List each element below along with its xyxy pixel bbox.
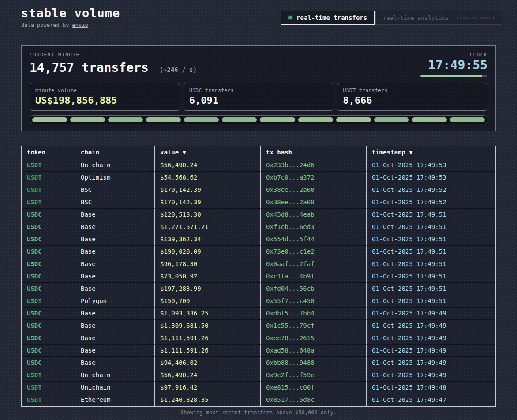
cell-token: USDT (22, 172, 75, 184)
cell-token: USDC (22, 308, 75, 320)
cell-token: USDC (22, 209, 75, 221)
cell-tx-hash[interactable]: 0xfd04...56cb (261, 283, 367, 295)
cell-tx-hash[interactable]: 0xee78...2615 (261, 332, 367, 345)
table-row[interactable]: USDTBSC$170,142.390x38ee...2a0001-Oct-20… (22, 184, 495, 196)
cell-timestamp: 01-Oct-2025 17:49:51 (367, 258, 495, 270)
envio-link[interactable]: envio (72, 22, 88, 28)
column-header-chain[interactable]: chain (75, 146, 155, 159)
cell-timestamp: 01-Oct-2025 17:49:51 (367, 270, 495, 283)
cell-token: USDC (22, 332, 75, 345)
cell-tx-hash[interactable]: 0x38ee...2a00 (261, 196, 367, 209)
table-row[interactable]: USDCBase$197,283.990xfd04...56cb01-Oct-2… (22, 283, 495, 295)
column-header-timestamp[interactable]: timestamp ▼ (367, 146, 495, 159)
current-minute-label: CURRENT MINUTE (30, 52, 197, 58)
cell-value: $1,093,336.25 (155, 308, 261, 320)
tab-bar: real-time transfers real-time analytics … (281, 11, 502, 25)
cell-timestamp: 01-Oct-2025 17:49:51 (367, 209, 495, 221)
cell-tx-hash[interactable]: 0xb7c0...a372 (261, 172, 367, 184)
table-row[interactable]: USDTEthereum$1,240,828.350x8517...5d8c01… (22, 394, 495, 406)
cell-value: $139,362.34 (155, 233, 261, 246)
cell-tx-hash[interactable]: 0x233b...24d6 (261, 159, 367, 172)
cell-timestamp: 01-Oct-2025 17:49:49 (367, 320, 495, 332)
cell-tx-hash[interactable]: 0x554d...5f44 (261, 233, 367, 246)
cell-value: $73,050.92 (155, 270, 261, 283)
cell-timestamp: 01-Oct-2025 17:49:52 (367, 196, 495, 209)
table-row[interactable]: USDCBase$94,406.020xbb88...948801-Oct-20… (22, 357, 495, 369)
cell-timestamp: 01-Oct-2025 17:49:53 (367, 172, 495, 184)
cell-tx-hash[interactable]: 0x9e2f...f59e (261, 369, 367, 382)
cell-chain: Optimism (75, 172, 155, 184)
cell-token: USDT (22, 382, 75, 394)
subtitle-prefix: data powered by (21, 22, 72, 28)
minute-progress-segment (70, 117, 105, 122)
cell-tx-hash[interactable]: 0x38ee...2a00 (261, 184, 367, 196)
cell-tx-hash[interactable]: 0x1c55...79cf (261, 320, 367, 332)
table-row[interactable]: USDCBase$190,020.090x73e0...c1e201-Oct-2… (22, 246, 495, 258)
cell-tx-hash[interactable]: 0x45d8...4eab (261, 209, 367, 221)
table-row[interactable]: USDTUnichain$56,490.240x9e2f...f59e01-Oc… (22, 369, 495, 382)
minute-count-block: CURRENT MINUTE 14,757 transfers (~246 / … (30, 52, 197, 75)
stat-value: 6,091 (189, 95, 328, 106)
clock-progress-fill (420, 75, 482, 77)
cell-chain: Unichain (75, 369, 155, 382)
table-row[interactable]: USDTPolygon$150,7000x55f7...c45001-Oct-2… (22, 295, 495, 308)
cell-tx-hash[interactable]: 0xf1eb...6ed3 (261, 221, 367, 233)
table-row[interactable]: USDCBase$120,513.300x45d8...4eab01-Oct-2… (22, 209, 495, 221)
page-title: stable volume (21, 6, 120, 20)
cell-chain: Base (75, 345, 155, 357)
live-dot-icon (288, 16, 292, 19)
cell-tx-hash[interactable]: 0xad58...648a (261, 345, 367, 357)
cell-tx-hash[interactable]: 0xc1fa...4b9f (261, 270, 367, 283)
table-row[interactable]: USDTUnichain$97,916.420xe815...c00f01-Oc… (22, 382, 495, 394)
cell-tx-hash[interactable]: 0xe815...c00f (261, 382, 367, 394)
cell-tx-hash[interactable]: 0xbb88...9488 (261, 357, 367, 369)
table-row[interactable]: USDTOptimism$54,568.620xb7c0...a37201-Oc… (22, 172, 495, 184)
cell-timestamp: 01-Oct-2025 17:49:49 (367, 345, 495, 357)
transfer-count-number: 14,757 (30, 60, 74, 75)
minute-progress-segment (336, 117, 371, 122)
cell-chain: Base (75, 320, 155, 332)
cell-token: USDT (22, 369, 75, 382)
table-row[interactable]: USDCBase$1,093,336.250xdbf5...7bb401-Oct… (22, 308, 495, 320)
cell-chain: Base (75, 246, 155, 258)
cell-timestamp: 01-Oct-2025 17:49:51 (367, 295, 495, 308)
column-header-value[interactable]: value ▼ (155, 146, 261, 159)
cell-chain: Base (75, 308, 155, 320)
cell-tx-hash[interactable]: 0x73e0...c1e2 (261, 246, 367, 258)
minute-progress-segment (260, 117, 295, 122)
table-row[interactable]: USDTUnichain$56,490.240x233b...24d601-Oc… (22, 159, 495, 172)
table-row[interactable]: USDCBase$1,111,591.260xee78...261501-Oct… (22, 332, 495, 345)
cell-tx-hash[interactable]: 0x55f7...c450 (261, 295, 367, 308)
transfers-table: token chain value ▼ tx hash timestamp ▼ … (21, 146, 496, 407)
cell-value: $1,309,681.50 (155, 320, 261, 332)
cell-timestamp: 01-Oct-2025 17:49:49 (367, 369, 495, 382)
cell-value: $97,916.42 (155, 382, 261, 394)
table-row[interactable]: USDTBSC$170,142.390x38ee...2a0001-Oct-20… (22, 196, 495, 209)
cell-tx-hash[interactable]: 0x8517...5d8c (261, 394, 367, 406)
table-row[interactable]: USDCBase$1,309,681.500x1c55...79cf01-Oct… (22, 320, 495, 332)
cell-token: USDC (22, 320, 75, 332)
table-row[interactable]: USDCBase$139,362.340x554d...5f4401-Oct-2… (22, 233, 495, 246)
column-header-token[interactable]: token (22, 146, 75, 159)
clock-block: CLOCK 17:49:55 (420, 52, 487, 77)
cell-token: USDT (22, 394, 75, 406)
column-header-tx-hash[interactable]: tx hash (261, 146, 367, 159)
cell-value: $56,490.24 (155, 369, 261, 382)
cell-timestamp: 01-Oct-2025 17:49:51 (367, 283, 495, 295)
cell-token: USDC (22, 246, 75, 258)
table-row[interactable]: USDCBase$1,111,591.260xad58...648a01-Oct… (22, 345, 495, 357)
cell-tx-hash[interactable]: 0x0aaf...2faf (261, 258, 367, 270)
minute-progress-segment (450, 117, 485, 122)
table-row[interactable]: USDCBase$96,178.300x0aaf...2faf01-Oct-20… (22, 258, 495, 270)
cell-value: $170,142.39 (155, 196, 261, 209)
table-row[interactable]: USDCBase$1,271,571.210xf1eb...6ed301-Oct… (22, 221, 495, 233)
minute-progress-segment (374, 117, 409, 122)
cell-token: USDT (22, 159, 75, 172)
clock-time: 17:49:55 (428, 59, 487, 72)
cell-value: $56,490.24 (155, 159, 261, 172)
tab-real-time-analytics[interactable]: real-time analytics (coming soon) (375, 11, 502, 25)
cell-timestamp: 01-Oct-2025 17:49:51 (367, 221, 495, 233)
cell-tx-hash[interactable]: 0xdbf5...7bb4 (261, 308, 367, 320)
table-row[interactable]: USDCBase$73,050.920xc1fa...4b9f01-Oct-20… (22, 270, 495, 283)
tab-real-time-transfers[interactable]: real-time transfers (281, 11, 375, 25)
